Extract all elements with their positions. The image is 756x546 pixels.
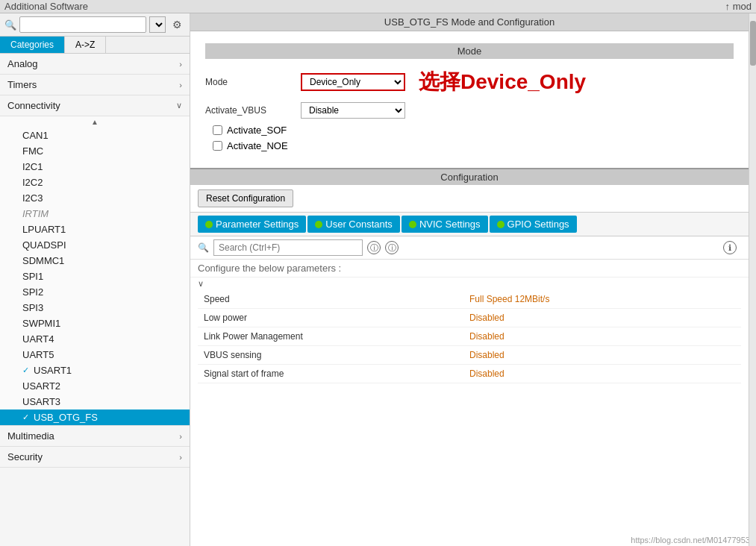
chevron-right-icon: ›	[179, 60, 182, 69]
sidebar-item-quadspi[interactable]: QUADSPI	[0, 237, 190, 253]
mode-annotation: 选择Device_Only	[419, 68, 586, 96]
sidebar-search-bar: 🔍 ⚙	[0, 13, 190, 37]
config-toolbar: Reset Configuration	[190, 185, 749, 213]
sidebar-item-spi1[interactable]: SPI1	[0, 269, 190, 284]
sidebar-item-uart4[interactable]: UART4	[0, 331, 190, 347]
config-section: Configuration Reset Configuration Parame…	[190, 169, 749, 546]
main-content: USB_OTG_FS Mode and Configuration Mode M…	[190, 13, 749, 546]
sidebar-item-i2c1[interactable]: I2C1	[0, 159, 190, 175]
activate-sof-checkbox[interactable]	[213, 125, 222, 135]
mode-section-header: Mode	[205, 43, 734, 59]
reset-configuration-button[interactable]: Reset Configuration	[198, 189, 293, 207]
sidebar: 🔍 ⚙ Categories A->Z Analog › Timers ›	[0, 13, 190, 546]
chevron-right-icon: ›	[179, 81, 182, 90]
sidebar-item-usb-otg-fs[interactable]: USB_OTG_FS	[0, 410, 190, 425]
info-icon-1[interactable]: ⓘ	[367, 241, 381, 254]
sidebar-search-select[interactable]	[149, 16, 166, 33]
sidebar-item-usart3[interactable]: USART3	[0, 394, 190, 410]
sidebar-item-security[interactable]: Security ›	[0, 447, 190, 468]
chevron-right-icon: ›	[179, 453, 182, 462]
sidebar-item-connectivity[interactable]: Connectivity ∨	[0, 95, 190, 116]
mode-select[interactable]: Device_Only Host_Only DRD	[301, 73, 405, 91]
main-title: USB_OTG_FS Mode and Configuration	[190, 13, 749, 31]
tab-parameter-settings[interactable]: Parameter Settings	[198, 216, 306, 233]
scroll-up-indicator: ▲	[0, 116, 190, 128]
param-row-vbus-sensing: VBUS sensing Disabled	[198, 346, 741, 365]
top-bar-left: Additional Software	[4, 1, 88, 12]
sidebar-item-multimedia[interactable]: Multimedia ›	[0, 426, 190, 447]
sidebar-item-usart1[interactable]: USART1	[0, 363, 190, 378]
sidebar-item-i2c3[interactable]: I2C3	[0, 190, 190, 206]
activate-noe-row: Activate_NOE	[205, 140, 734, 151]
activate-sof-row: Activate_SOF	[205, 125, 734, 136]
top-bar-right: ↑ mod	[725, 1, 752, 12]
sidebar-item-spi3[interactable]: SPI3	[0, 300, 190, 316]
sidebar-item-usart2[interactable]: USART2	[0, 378, 190, 394]
search-icon: 🔍	[4, 19, 16, 31]
tab-user-constants[interactable]: User Constants	[307, 216, 400, 233]
sidebar-item-fmc[interactable]: FMC	[0, 143, 190, 159]
activate-noe-label: Activate_NOE	[227, 140, 288, 151]
gear-icon[interactable]: ⚙	[169, 16, 185, 33]
param-row-speed: Speed Full Speed 12MBit/s	[198, 290, 741, 309]
info-icon-3[interactable]: ℹ	[723, 241, 737, 254]
activate-vbus-row: Activate_VBUS Disable Enable	[205, 102, 734, 119]
chevron-right-icon: ›	[179, 432, 182, 441]
config-search-icon: 🔍	[198, 242, 209, 253]
sidebar-item-uart5[interactable]: UART5	[0, 347, 190, 363]
config-search-bar: 🔍 ⓘ ⓘ ℹ	[190, 236, 749, 260]
config-section-header: Configuration	[190, 169, 749, 185]
tab-categories[interactable]: Categories	[0, 37, 65, 53]
sidebar-item-timers[interactable]: Timers ›	[0, 75, 190, 95]
activate-vbus-select[interactable]: Disable Enable	[301, 102, 405, 119]
param-row-link-power: Link Power Management Disabled	[198, 327, 741, 346]
sidebar-item-irtim[interactable]: IRTIM	[0, 206, 190, 222]
tab-az[interactable]: A->Z	[65, 37, 106, 53]
config-search-input[interactable]	[213, 239, 363, 256]
param-table: Speed Full Speed 12MBit/s Low power Disa…	[190, 290, 749, 546]
sidebar-item-spi2[interactable]: SPI2	[0, 284, 190, 300]
sidebar-search-input[interactable]	[19, 16, 146, 33]
tab-dot-user	[315, 221, 322, 228]
sidebar-item-i2c2[interactable]: I2C2	[0, 175, 190, 190]
tab-gpio-settings[interactable]: GPIO Settings	[490, 216, 577, 233]
tab-dot-param	[205, 221, 213, 228]
tab-dot-nvic	[409, 221, 416, 228]
sidebar-item-swpmi1[interactable]: SWPMI1	[0, 316, 190, 331]
chevron-down-icon: ∨	[176, 101, 182, 110]
right-scrollbar[interactable]	[749, 13, 756, 546]
config-tabs: Parameter Settings User Constants NVIC S…	[190, 213, 749, 236]
activate-vbus-label: Activate_VBUS	[205, 105, 295, 116]
param-row-signal-start: Signal start of frame Disabled	[198, 365, 741, 383]
param-row-low-power: Low power Disabled	[198, 309, 741, 327]
activate-noe-checkbox[interactable]	[213, 141, 222, 151]
tab-dot-gpio	[497, 221, 504, 228]
collapse-arrow[interactable]: ∨	[190, 277, 749, 290]
param-hint: Configure the below parameters :	[190, 260, 749, 277]
mode-row: Mode Device_Only Host_Only DRD 选择Device_…	[205, 68, 734, 96]
sidebar-tabs: Categories A->Z	[0, 37, 190, 54]
top-bar: Additional Software ↑ mod	[0, 0, 756, 13]
sidebar-item-sdmmc1[interactable]: SDMMC1	[0, 253, 190, 269]
watermark: https://blog.csdn.net/M014779539	[631, 536, 749, 545]
sidebar-content: Analog › Timers › Connectivity ∨ ▲ CAN1 …	[0, 54, 190, 546]
right-scroll-thumb[interactable]	[750, 21, 756, 66]
activate-sof-label: Activate_SOF	[227, 125, 287, 136]
mode-section: Mode Mode Device_Only Host_Only DRD 选择De…	[190, 31, 749, 169]
sidebar-item-lpuart1[interactable]: LPUART1	[0, 222, 190, 237]
info-icon-2[interactable]: ⓘ	[385, 241, 399, 254]
sidebar-item-can1[interactable]: CAN1	[0, 128, 190, 143]
sidebar-item-analog[interactable]: Analog ›	[0, 54, 190, 75]
connectivity-subitems: ▲ CAN1 FMC I2C1 I2C2 I2C3 IRTIM LPUART1 …	[0, 116, 190, 426]
mode-label: Mode	[205, 77, 295, 87]
tab-nvic-settings[interactable]: NVIC Settings	[402, 216, 488, 233]
